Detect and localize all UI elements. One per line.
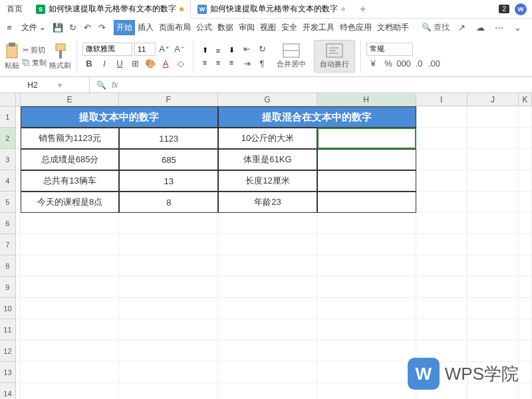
cell-h4[interactable] bbox=[317, 170, 416, 192]
cell[interactable] bbox=[119, 362, 218, 383]
cell[interactable] bbox=[218, 277, 317, 298]
cell[interactable] bbox=[416, 234, 467, 255]
cell[interactable] bbox=[519, 340, 532, 362]
tab-doc2[interactable]: W 如何快速提取单元格带有文本的数字 bbox=[191, 0, 352, 19]
cell[interactable] bbox=[467, 277, 519, 298]
cell[interactable] bbox=[416, 128, 467, 149]
align-left-icon[interactable]: ≡ bbox=[199, 57, 211, 68]
cell[interactable] bbox=[467, 298, 519, 319]
zoom-icon[interactable]: 🔍 bbox=[96, 80, 106, 90]
cell-e3[interactable]: 总成绩是685分 bbox=[21, 149, 120, 170]
cell[interactable] bbox=[218, 340, 317, 362]
row-header-14[interactable]: 14 bbox=[0, 383, 16, 399]
row-header-2[interactable]: 2 bbox=[0, 128, 16, 149]
cell[interactable] bbox=[317, 298, 416, 319]
undo-icon[interactable]: ↶ bbox=[80, 21, 94, 34]
cell[interactable] bbox=[416, 213, 467, 234]
cut-button[interactable]: ✂剪切 bbox=[23, 45, 47, 55]
header-right[interactable]: 提取混合在文本中的数字 bbox=[218, 106, 416, 128]
select-all-corner[interactable] bbox=[0, 93, 16, 106]
col-header-f[interactable]: F bbox=[119, 93, 218, 106]
cell-f4[interactable]: 13 bbox=[119, 170, 218, 192]
col-header-h[interactable]: H bbox=[317, 93, 416, 106]
col-header-g[interactable]: G bbox=[218, 93, 317, 106]
cell[interactable] bbox=[317, 340, 416, 362]
clear-format-button[interactable]: ◇ bbox=[174, 57, 188, 70]
cell[interactable] bbox=[16, 319, 21, 340]
cell[interactable] bbox=[416, 170, 467, 192]
cell[interactable] bbox=[416, 255, 467, 277]
cell[interactable] bbox=[416, 149, 467, 170]
cell[interactable] bbox=[218, 298, 317, 319]
cell[interactable] bbox=[519, 192, 532, 213]
cell[interactable] bbox=[16, 106, 21, 128]
cell[interactable] bbox=[16, 128, 21, 149]
increase-font-icon[interactable]: A⁺ bbox=[158, 43, 171, 56]
cell[interactable] bbox=[21, 298, 120, 319]
cell[interactable] bbox=[416, 192, 467, 213]
name-box[interactable]: H2 ▾ bbox=[0, 77, 90, 92]
cell[interactable] bbox=[218, 255, 317, 277]
cell[interactable] bbox=[119, 319, 218, 340]
row-header-4[interactable]: 4 bbox=[0, 170, 16, 192]
cell[interactable] bbox=[218, 234, 317, 255]
cell[interactable] bbox=[519, 319, 532, 340]
cell[interactable] bbox=[467, 213, 519, 234]
cell[interactable] bbox=[467, 170, 519, 192]
tab-view[interactable]: 视图 bbox=[257, 20, 279, 35]
cell[interactable] bbox=[16, 255, 21, 277]
italic-button[interactable]: I bbox=[98, 57, 111, 70]
cell[interactable] bbox=[519, 255, 532, 277]
tab-data[interactable]: 数据 bbox=[215, 20, 236, 35]
cell[interactable] bbox=[21, 213, 120, 234]
paste-button[interactable]: 粘贴 bbox=[4, 42, 20, 70]
cell[interactable] bbox=[519, 362, 532, 383]
align-right-icon[interactable]: ≡ bbox=[225, 57, 237, 68]
rtl-icon[interactable]: ¶ bbox=[255, 57, 269, 70]
row-header-1[interactable]: 1 bbox=[0, 106, 16, 128]
search-box[interactable]: 🔍 查找 bbox=[422, 22, 450, 33]
cell[interactable] bbox=[519, 298, 532, 319]
cell-e4[interactable]: 总共有13辆车 bbox=[21, 170, 120, 192]
cell[interactable] bbox=[317, 213, 416, 234]
col-header-e[interactable]: E bbox=[21, 93, 120, 106]
cell[interactable] bbox=[467, 149, 519, 170]
cell-g3[interactable]: 体重是61KG bbox=[218, 149, 317, 170]
format-painter-button[interactable]: 格式刷 bbox=[49, 42, 71, 70]
font-name-select[interactable] bbox=[82, 43, 132, 56]
cell[interactable] bbox=[16, 383, 21, 399]
spreadsheet-grid[interactable]: E F G H I J K 1 提取文本中的数字 提取混合在文本中的数字 2 销… bbox=[0, 93, 532, 399]
cell[interactable] bbox=[317, 383, 416, 399]
font-color-button[interactable]: A bbox=[159, 57, 172, 70]
row-header-7[interactable]: 7 bbox=[0, 234, 16, 255]
cell-h3[interactable] bbox=[317, 149, 416, 170]
orientation-icon[interactable]: ↻ bbox=[255, 43, 269, 56]
tab-insert[interactable]: 插入 bbox=[135, 20, 156, 35]
menu-icon[interactable]: ≡ bbox=[3, 21, 16, 34]
col-header-k[interactable]: K bbox=[519, 93, 532, 106]
currency-icon[interactable]: ¥ bbox=[366, 57, 380, 70]
cell[interactable] bbox=[519, 277, 532, 298]
col-header-j[interactable]: J bbox=[467, 93, 519, 106]
merge-center-button[interactable]: 合并居中 bbox=[271, 41, 311, 72]
tab-home[interactable]: 首页 bbox=[0, 0, 29, 19]
cell[interactable] bbox=[317, 319, 416, 340]
cell[interactable] bbox=[519, 128, 532, 149]
row-header-11[interactable]: 11 bbox=[0, 319, 16, 340]
comma-icon[interactable]: 000 bbox=[397, 57, 410, 70]
cell-g5[interactable]: 年龄23 bbox=[218, 192, 317, 213]
tab-review[interactable]: 审阅 bbox=[236, 20, 257, 35]
cell-e2[interactable]: 销售额为1123元 bbox=[21, 128, 120, 149]
row-header-10[interactable]: 10 bbox=[0, 298, 16, 319]
wrap-text-button[interactable]: 自动换行 bbox=[314, 40, 355, 72]
cell[interactable] bbox=[218, 319, 317, 340]
cell[interactable] bbox=[119, 234, 218, 255]
cell[interactable] bbox=[467, 192, 519, 213]
cell[interactable] bbox=[467, 234, 519, 255]
cell[interactable] bbox=[467, 106, 519, 128]
cell[interactable] bbox=[119, 255, 218, 277]
sync-icon[interactable]: ↻ bbox=[66, 21, 79, 34]
cell[interactable] bbox=[21, 340, 120, 362]
align-top-icon[interactable]: ⬆ bbox=[199, 45, 211, 56]
cell[interactable] bbox=[218, 383, 317, 399]
